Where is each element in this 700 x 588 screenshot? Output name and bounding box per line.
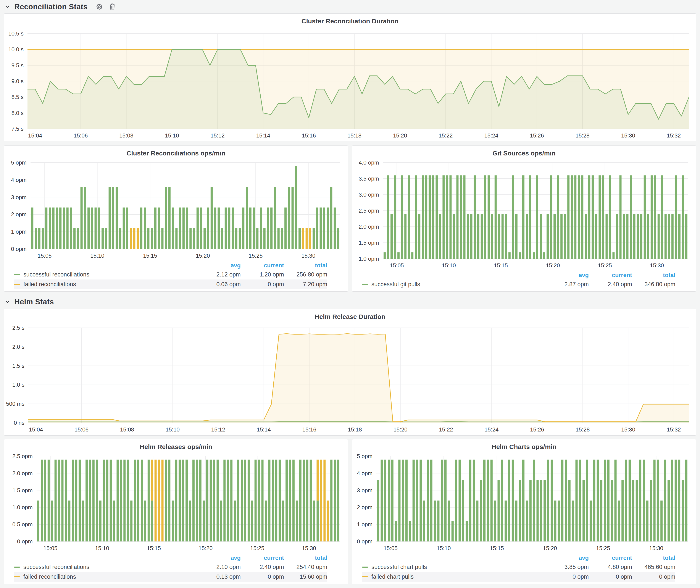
- bar-successful[interactable]: [639, 460, 641, 541]
- bar-successful[interactable]: [668, 480, 670, 541]
- bar-successful[interactable]: [168, 460, 170, 541]
- bar-successful[interactable]: [512, 175, 514, 259]
- chevron-down-icon[interactable]: [5, 299, 10, 305]
- bar-successful[interactable]: [537, 480, 539, 541]
- bar-successful[interactable]: [446, 175, 448, 259]
- section-title[interactable]: Helm Stats: [14, 297, 54, 306]
- bar-successful[interactable]: [588, 175, 590, 259]
- bar-successful[interactable]: [551, 460, 553, 541]
- bar-successful[interactable]: [235, 228, 237, 249]
- bar-successful[interactable]: [239, 228, 241, 249]
- bar-successful[interactable]: [432, 175, 434, 259]
- bar-successful[interactable]: [337, 228, 339, 249]
- bar-successful[interactable]: [498, 480, 500, 541]
- bar-successful[interactable]: [151, 501, 153, 541]
- bar-successful[interactable]: [99, 501, 102, 541]
- legend-sort-current[interactable]: current: [241, 262, 284, 269]
- bar-successful[interactable]: [253, 208, 255, 249]
- bar-successful[interactable]: [320, 208, 322, 249]
- bar-successful[interactable]: [597, 460, 599, 541]
- bar-successful[interactable]: [579, 460, 581, 541]
- bar-successful[interactable]: [657, 460, 659, 541]
- bar-successful[interactable]: [158, 208, 160, 249]
- bar-successful[interactable]: [270, 208, 273, 249]
- bar-successful[interactable]: [567, 175, 569, 259]
- bar-successful[interactable]: [79, 460, 81, 541]
- bar-successful[interactable]: [109, 187, 111, 249]
- bar-successful[interactable]: [404, 214, 406, 259]
- bar-successful[interactable]: [45, 208, 47, 249]
- bar-successful[interactable]: [65, 460, 67, 541]
- bar-successful[interactable]: [148, 460, 150, 541]
- bar-successful[interactable]: [206, 460, 208, 541]
- bar-successful[interactable]: [498, 214, 500, 259]
- bar-successful[interactable]: [502, 214, 504, 259]
- bar-successful[interactable]: [550, 175, 552, 259]
- bar-successful[interactable]: [126, 208, 128, 249]
- bar-successful[interactable]: [256, 228, 258, 249]
- bar-successful[interactable]: [629, 460, 631, 541]
- bar-successful[interactable]: [456, 175, 459, 259]
- bar-successful[interactable]: [112, 187, 114, 249]
- bar-successful[interactable]: [615, 460, 617, 541]
- bar-successful[interactable]: [593, 460, 595, 541]
- bar-successful[interactable]: [607, 460, 610, 541]
- bar-successful[interactable]: [391, 460, 394, 541]
- bar-successful[interactable]: [671, 460, 673, 541]
- bar-successful[interactable]: [508, 252, 511, 259]
- bar-successful[interactable]: [203, 501, 205, 541]
- bar-successful[interactable]: [685, 460, 687, 541]
- bar-successful[interactable]: [675, 460, 677, 541]
- bar-successful[interactable]: [483, 460, 485, 541]
- bar-successful[interactable]: [35, 228, 37, 249]
- bar-successful[interactable]: [248, 460, 250, 541]
- bar-successful[interactable]: [241, 460, 243, 541]
- chart-canvas[interactable]: 0 opm0.5 opm1.0 opm1.5 opm2.0 opm2.5 opm…: [4, 451, 348, 554]
- bar-successful[interactable]: [653, 460, 656, 541]
- panel-title[interactable]: Helm Release Duration: [4, 309, 696, 321]
- legend-series-toggle[interactable]: successful chart pulls: [362, 564, 545, 570]
- bar-successful[interactable]: [571, 175, 573, 259]
- bar-successful[interactable]: [420, 460, 422, 541]
- bar-successful[interactable]: [609, 175, 611, 259]
- bar-successful[interactable]: [415, 175, 417, 259]
- bar-failed[interactable]: [306, 228, 308, 249]
- bar-successful[interactable]: [327, 208, 329, 249]
- bar-successful[interactable]: [220, 501, 222, 541]
- bar-successful[interactable]: [595, 214, 597, 259]
- bar-successful[interactable]: [313, 228, 315, 249]
- bar-successful[interactable]: [434, 501, 436, 541]
- bar-successful[interactable]: [665, 214, 667, 259]
- bar-successful[interactable]: [422, 175, 424, 259]
- bar-successful[interactable]: [84, 187, 86, 249]
- bar-successful[interactable]: [96, 460, 98, 541]
- bar-successful[interactable]: [441, 460, 443, 541]
- bar-successful[interactable]: [439, 214, 441, 259]
- bar-successful[interactable]: [401, 175, 403, 259]
- legend-sort-current[interactable]: current: [589, 555, 632, 561]
- bar-successful[interactable]: [89, 460, 91, 541]
- helm-charts-opm-chart[interactable]: 0 opm1 opm2 opm3 opm4 opm5 opm15:0515:10…: [352, 451, 696, 554]
- bar-failed[interactable]: [327, 501, 329, 541]
- bar-successful[interactable]: [529, 480, 532, 541]
- bar-successful[interactable]: [92, 460, 95, 541]
- bar-successful[interactable]: [68, 501, 70, 541]
- bar-successful[interactable]: [647, 214, 649, 259]
- bar-successful[interactable]: [154, 208, 156, 249]
- bar-successful[interactable]: [613, 252, 615, 259]
- bar-successful[interactable]: [388, 460, 390, 541]
- bar-successful[interactable]: [285, 460, 288, 541]
- bar-successful[interactable]: [103, 460, 105, 541]
- bar-successful[interactable]: [127, 460, 129, 541]
- bar-successful[interactable]: [298, 228, 301, 249]
- bar-successful[interactable]: [616, 214, 618, 259]
- bar-successful[interactable]: [540, 480, 542, 541]
- bar-successful[interactable]: [651, 175, 653, 259]
- bar-successful[interactable]: [544, 480, 546, 541]
- bar-successful[interactable]: [435, 175, 438, 259]
- bar-successful[interactable]: [228, 208, 230, 249]
- bar-successful[interactable]: [467, 214, 469, 259]
- bar-successful[interactable]: [565, 460, 567, 541]
- bar-successful[interactable]: [611, 480, 613, 541]
- bar-successful[interactable]: [274, 187, 276, 249]
